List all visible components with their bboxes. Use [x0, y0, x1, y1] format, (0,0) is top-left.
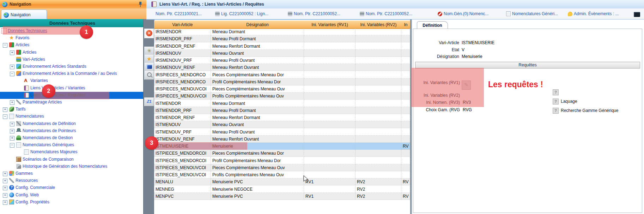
- column-header-in[interactable]: In: [401, 20, 411, 29]
- tree-item-variantes[interactable]: Variantes: [0, 77, 143, 84]
- table-row-irspieces-mendorco[interactable]: IRSPIECES_MENDORCOPieces Complémentaires…: [154, 71, 410, 78]
- expand-expander-icon[interactable]: +: [10, 100, 14, 105]
- column-header-ini-variables-rv2[interactable]: Ini. Variables (RV2): [356, 20, 402, 29]
- tree-item-gammes[interactable]: +Gammes: [0, 170, 143, 177]
- table-row-istmendor[interactable]: ISTMENDORMeneau Dormant: [154, 100, 410, 107]
- cell: [401, 28, 410, 35]
- tree-item-donn-es-techniques[interactable]: Données Techniques: [0, 28, 143, 35]
- document-tab-nomenclatures-g-n-ri[interactable]: Nomenclatures Généri...: [506, 10, 558, 17]
- table-row-irsmenouv[interactable]: IRSMENOUVMeneau Ouvrant: [154, 50, 410, 57]
- tree-item-config-web[interactable]: +Config. Web: [0, 192, 143, 199]
- table-row-menalu[interactable]: MENALUMenuiserie PVCRV1RV2RV: [154, 178, 410, 185]
- collapse-expander-icon[interactable]: −: [3, 114, 7, 119]
- tree-item-historique-de-g-n-ration-des-nomenclatures[interactable]: Historique de Génération des Nomenclatur…: [0, 163, 143, 170]
- table-row-istpieces-menouvcoi[interactable]: ISTPIECES_MENOUVCOIPieces Complémentaire…: [154, 164, 410, 171]
- vari-articles-grid: Vari-ArticleDésignationIni. Variantes (R…: [154, 20, 410, 214]
- table-row-istmenouv-prf[interactable]: ISTMENOUV_PRFMeneau Profil Ouvrant: [154, 129, 410, 136]
- screen-icon[interactable]: [144, 63, 154, 72]
- expand-expander-icon[interactable]: +: [3, 186, 7, 190]
- tree-item-liens-vari-articles-variantes[interactable]: Liens Vari-Articles / Variantes: [0, 85, 143, 92]
- expand-expander-icon[interactable]: +: [10, 122, 14, 126]
- tree-item-articles[interactable]: −Articles: [0, 42, 143, 49]
- table-row-menneg[interactable]: MENNEGMenuiserie NEGOCERV2: [154, 186, 410, 193]
- expand-expander-icon[interactable]: +: [10, 129, 14, 133]
- expand-expander-icon[interactable]: +: [10, 136, 14, 141]
- table-row-irspieces-menouvcoi[interactable]: IRSPIECES_MENOUVCOIProfils Complémentair…: [154, 93, 410, 100]
- cell: [401, 136, 410, 143]
- tab-navigation[interactable]: Navigation: [1, 10, 47, 20]
- tree-item-nomenclatures-de-d-finition[interactable]: +Nomenclatures de Définition: [0, 120, 143, 127]
- table-row-istmenouv-renf[interactable]: ISTMENOUV_RENFMeneau Renfort Ouvrant: [154, 136, 410, 143]
- document-tab-lig-c221000052-lign[interactable]: Lig. C221000052 : Lign...: [215, 10, 268, 17]
- collapse-expander-icon[interactable]: −: [10, 143, 14, 148]
- close-icon[interactable]: ✕: [144, 29, 154, 38]
- tree-item-liens-vari-articles-requ-tes[interactable]: Liens Vari-Articles / Requêtes: [0, 92, 143, 99]
- collapse-expander-icon[interactable]: −: [10, 72, 14, 76]
- table-row-istpieces-mendorcoi[interactable]: ISTPIECES_MENDORCOIPieces Complémentaire…: [154, 150, 410, 157]
- document-tab-admin-v-nements[interactable]: Admin. Évènements : ...: [568, 10, 619, 17]
- table-row-istpieces-mendorcoi[interactable]: ISTPIECES_MENDORCOIProfil Complémentaire…: [154, 157, 410, 164]
- expand-expander-icon[interactable]: +: [3, 200, 7, 205]
- tree-item-environnement-articles-standards[interactable]: +Environnement Articles Standards: [0, 63, 143, 70]
- table-row-istmendor-renf[interactable]: ISTMENDOR_RENFMeneau Renfort Dormant: [154, 114, 410, 121]
- tree-item-nomenclatures-majeures[interactable]: Nomenclatures Majeures: [0, 149, 143, 156]
- tree-item-nomenclatures[interactable]: −Nomenclatures: [0, 113, 143, 120]
- expand-expander-icon[interactable]: +: [10, 50, 14, 55]
- tab-definition[interactable]: Définition: [417, 21, 448, 29]
- table-row-istmenouv[interactable]: ISTMENOUVMeneau Ouvrant: [154, 121, 410, 128]
- query-help-button-laquage[interactable]: ?: [553, 99, 559, 105]
- books-icon: [9, 42, 14, 47]
- tree-item-sc-narios-de-comparaison[interactable]: Scénarios de Comparaison: [0, 156, 143, 163]
- tree-item-param-trage-articles[interactable]: +Paramétrage Articles: [0, 99, 143, 106]
- tree-item-nomenclatures-de-pointeurs[interactable]: +Nomenclatures de Pointeurs: [0, 127, 143, 135]
- document-tab-nom-ptr-c221000052[interactable]: Nom. Ptr. C221000052...: [288, 10, 340, 17]
- expand-expander-icon[interactable]: +: [3, 179, 7, 183]
- table-row-irspieces-menouvcoi[interactable]: IRSPIECES_MENOUVCOIPieces Complémentaire…: [154, 85, 410, 93]
- tree-item-vari-articles[interactable]: Vari-Articles: [0, 56, 143, 63]
- tree-item-ressources[interactable]: +Ressources: [0, 177, 143, 184]
- document-tab-nom-ptr-c221100021[interactable]: Nom. Ptr. C221100021...: [154, 10, 202, 17]
- query-help-button-recherche-gamme-g-n-rique[interactable]: ?: [553, 108, 559, 114]
- tree-item-environnement-articles-la-commande-au-devis[interactable]: −Environnement Articles à la Commande / …: [0, 70, 143, 77]
- cell: [401, 121, 410, 128]
- table-row-irsmendor[interactable]: IRSMENDORMeneau Dormant: [154, 28, 410, 35]
- table-row-irsmendor-renf[interactable]: IRSMENDOR_RENFMeneau Renfort Dormant: [154, 43, 410, 50]
- expand-expander-icon[interactable]: +: [10, 65, 14, 69]
- table-row-istpieces-menouvcoi[interactable]: ISTPIECES_MENOUVCOIProfils Complémentair…: [154, 171, 410, 178]
- tab-overflow-icon[interactable]: [634, 11, 640, 18]
- pin-icon[interactable]: [138, 1, 143, 7]
- favorite-star-icon[interactable]: ★: [144, 55, 154, 64]
- table-row-istmendor-prf[interactable]: ISTMENDOR_PRFMeneau Profil Dormant: [154, 107, 410, 114]
- gear-icon[interactable]: ✳: [144, 47, 154, 55]
- magnifier-icon[interactable]: [144, 71, 154, 80]
- tree-item-nomenclatures-g-n-riques[interactable]: −Nomenclatures Génériques: [0, 142, 143, 149]
- table-row-istmenuiserie[interactable]: ISTMENUISERIEMenuiserieRV: [154, 143, 410, 150]
- table-row-irspieces-mendorco[interactable]: IRSPIECES_MENDORCOProfil Complémentaires…: [154, 78, 410, 85]
- tree-item-config-commerciale[interactable]: +?Config. Commerciale: [0, 184, 143, 191]
- column-header-ini-variantes-rv1[interactable]: Ini. Variantes (RV1): [304, 20, 356, 29]
- table-row-menpvc[interactable]: MENPVCMenuiserie PVCRV1RV2RV: [154, 193, 410, 200]
- document-tab-nom-ptr-c221000052[interactable]: Nom. Ptr. C221000052...: [360, 10, 412, 17]
- stamp-icon: [215, 12, 220, 16]
- expand-expander-icon[interactable]: +: [3, 107, 7, 112]
- edit-query-button[interactable]: ✎: [462, 81, 471, 90]
- expand-expander-icon[interactable]: +: [3, 172, 7, 176]
- table-row-irsmendor-prf[interactable]: IRSMENDOR_PRFMeneau Profil Dormant: [154, 35, 410, 42]
- column-header-d-signation[interactable]: Désignation: [211, 20, 304, 29]
- table-row-irsmenouv-renf[interactable]: IRSMENOUV_RENFMeneau Renfort Ouvrant: [154, 64, 410, 71]
- document-tab-nom-g-n-0-nomenc[interactable]: Nom.Gén.(0):Nomenc...: [438, 10, 488, 17]
- tree-item-articles[interactable]: +Articles: [0, 49, 143, 56]
- field-value-vari-article: ISTMENUISERIE: [462, 40, 494, 45]
- collapse-expander-icon[interactable]: −: [3, 43, 7, 48]
- column-header-vari-article[interactable]: Vari-Article: [154, 20, 211, 29]
- tree-item-config-propri-t-s[interactable]: +Config. Propriétés: [0, 199, 143, 206]
- cell: [356, 121, 401, 128]
- table-row-irsmenouv-prf[interactable]: IRSMENOUV_PRFMeneau Profil Ouvrant: [154, 57, 410, 64]
- query-help-button[interactable]: ?: [553, 89, 559, 95]
- expand-expander-icon[interactable]: +: [3, 193, 7, 198]
- tree-item-nomenclatures-de-gestion[interactable]: +Nomenclatures de Gestion: [0, 135, 143, 142]
- z1-icon[interactable]: Z1: [144, 97, 154, 106]
- cell: [304, 28, 356, 35]
- tree-item-tarifs[interactable]: +Tarifs: [0, 106, 143, 113]
- tree-item-favoris[interactable]: Favoris: [0, 35, 143, 42]
